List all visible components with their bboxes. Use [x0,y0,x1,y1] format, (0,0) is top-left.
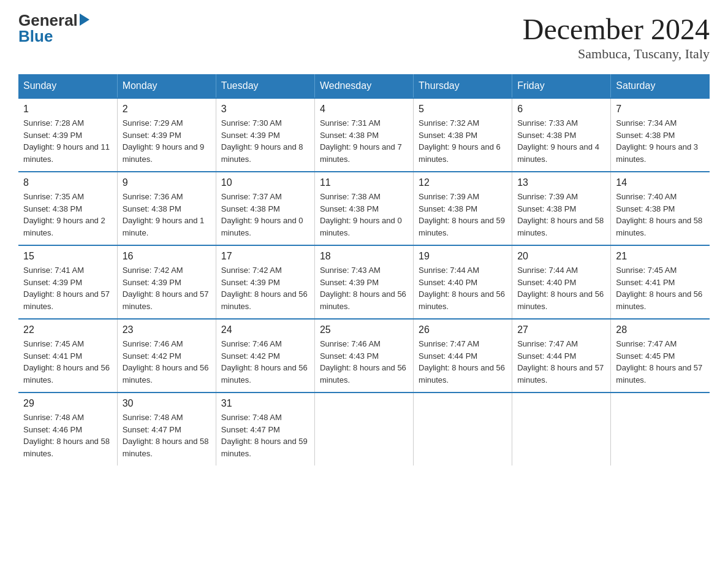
sunset-label: Sunset: 4:39 PM [23,278,82,287]
sunrise-label: Sunrise: 7:47 AM [616,339,677,348]
sunrise-label: Sunrise: 7:46 AM [320,339,381,348]
calendar-cell: 1 Sunrise: 7:28 AM Sunset: 4:39 PM Dayli… [18,98,117,172]
day-number: 7 [616,104,705,115]
day-info: Sunrise: 7:44 AM Sunset: 4:40 PM Dayligh… [517,264,605,312]
sunset-label: Sunset: 4:42 PM [123,351,181,361]
day-of-week-saturday: Saturday [611,74,710,98]
sunrise-label: Sunrise: 7:28 AM [23,118,84,128]
sunrise-label: Sunrise: 7:35 AM [23,192,84,201]
daylight-label: Daylight: 8 hours and 56 minutes. [23,363,110,385]
location: Sambuca, Tuscany, Italy [523,46,710,62]
sunrise-label: Sunrise: 7:30 AM [221,118,282,128]
sunset-label: Sunset: 4:38 PM [123,204,181,213]
day-info: Sunrise: 7:40 AM Sunset: 4:38 PM Dayligh… [616,191,705,239]
calendar-cell: 7 Sunrise: 7:34 AM Sunset: 4:38 PM Dayli… [611,98,710,172]
day-info: Sunrise: 7:41 AM Sunset: 4:39 PM Dayligh… [23,264,112,312]
sunset-label: Sunset: 4:39 PM [221,278,280,287]
page-header: General Blue December 2024 Sambuca, Tusc… [18,12,710,62]
daylight-label: Daylight: 8 hours and 56 minutes. [221,363,308,385]
sunset-label: Sunset: 4:46 PM [23,425,82,434]
day-number: 8 [23,177,112,188]
calendar-cell [314,393,413,465]
sunrise-label: Sunrise: 7:48 AM [221,413,282,422]
day-of-week-monday: Monday [117,74,216,98]
day-number: 14 [616,177,705,188]
day-info: Sunrise: 7:34 AM Sunset: 4:38 PM Dayligh… [616,117,705,165]
day-of-week-wednesday: Wednesday [314,74,413,98]
sunset-label: Sunset: 4:38 PM [320,131,379,140]
day-number: 5 [419,104,507,115]
calendar-cell: 19 Sunrise: 7:44 AM Sunset: 4:40 PM Dayl… [414,245,512,319]
day-number: 28 [616,324,705,335]
day-info: Sunrise: 7:39 AM Sunset: 4:38 PM Dayligh… [419,191,507,239]
calendar-cell: 24 Sunrise: 7:46 AM Sunset: 4:42 PM Dayl… [216,319,314,393]
daylight-label: Daylight: 9 hours and 9 minutes. [123,142,205,164]
title-area: December 2024 Sambuca, Tuscany, Italy [523,12,710,62]
daylight-label: Daylight: 9 hours and 8 minutes. [221,142,303,164]
calendar-cell: 17 Sunrise: 7:42 AM Sunset: 4:39 PM Dayl… [216,245,314,319]
day-number: 29 [23,398,112,409]
logo-blue-text: Blue [18,28,89,44]
day-info: Sunrise: 7:46 AM Sunset: 4:42 PM Dayligh… [221,338,309,386]
day-number: 24 [221,324,309,335]
sunset-label: Sunset: 4:40 PM [517,278,576,287]
calendar-cell [414,393,512,465]
sunset-label: Sunset: 4:38 PM [616,131,675,140]
day-info: Sunrise: 7:31 AM Sunset: 4:38 PM Dayligh… [320,117,408,165]
day-info: Sunrise: 7:46 AM Sunset: 4:42 PM Dayligh… [123,338,211,386]
daylight-label: Daylight: 8 hours and 57 minutes. [23,289,110,311]
calendar-cell: 11 Sunrise: 7:38 AM Sunset: 4:38 PM Dayl… [314,172,413,245]
day-info: Sunrise: 7:45 AM Sunset: 4:41 PM Dayligh… [616,264,705,312]
daylight-label: Daylight: 9 hours and 7 minutes. [320,142,402,164]
day-of-week-tuesday: Tuesday [216,74,314,98]
day-info: Sunrise: 7:47 AM Sunset: 4:44 PM Dayligh… [517,338,605,386]
sunset-label: Sunset: 4:44 PM [419,351,477,361]
calendar-cell: 21 Sunrise: 7:45 AM Sunset: 4:41 PM Dayl… [611,245,710,319]
sunrise-label: Sunrise: 7:47 AM [517,339,578,348]
day-number: 1 [23,104,112,115]
day-number: 3 [221,104,309,115]
sunset-label: Sunset: 4:39 PM [123,278,181,287]
daylight-label: Daylight: 8 hours and 57 minutes. [616,363,702,385]
day-info: Sunrise: 7:47 AM Sunset: 4:45 PM Dayligh… [616,338,705,386]
day-info: Sunrise: 7:35 AM Sunset: 4:38 PM Dayligh… [23,191,112,239]
sunrise-label: Sunrise: 7:39 AM [419,192,479,201]
calendar-cell: 2 Sunrise: 7:29 AM Sunset: 4:39 PM Dayli… [117,98,216,172]
sunset-label: Sunset: 4:38 PM [517,131,576,140]
day-number: 25 [320,324,408,335]
sunrise-label: Sunrise: 7:42 AM [221,266,282,275]
daylight-label: Daylight: 8 hours and 56 minutes. [320,363,406,385]
calendar-week-1: 1 Sunrise: 7:28 AM Sunset: 4:39 PM Dayli… [18,98,710,172]
logo: General Blue [18,12,89,44]
calendar-cell: 6 Sunrise: 7:33 AM Sunset: 4:38 PM Dayli… [512,98,611,172]
days-of-week-row: SundayMondayTuesdayWednesdayThursdayFrid… [18,74,710,98]
calendar-week-2: 8 Sunrise: 7:35 AM Sunset: 4:38 PM Dayli… [18,172,710,245]
daylight-label: Daylight: 9 hours and 6 minutes. [419,142,501,164]
daylight-label: Daylight: 8 hours and 56 minutes. [221,289,308,311]
calendar-cell: 16 Sunrise: 7:42 AM Sunset: 4:39 PM Dayl… [117,245,216,319]
sunrise-label: Sunrise: 7:38 AM [320,192,381,201]
sunset-label: Sunset: 4:38 PM [419,204,477,213]
calendar-cell: 23 Sunrise: 7:46 AM Sunset: 4:42 PM Dayl… [117,319,216,393]
day-number: 4 [320,104,408,115]
sunset-label: Sunset: 4:44 PM [517,351,576,361]
calendar-cell: 15 Sunrise: 7:41 AM Sunset: 4:39 PM Dayl… [18,245,117,319]
calendar-week-5: 29 Sunrise: 7:48 AM Sunset: 4:46 PM Dayl… [18,393,710,465]
day-info: Sunrise: 7:37 AM Sunset: 4:38 PM Dayligh… [221,191,309,239]
sunrise-label: Sunrise: 7:45 AM [23,339,84,348]
sunrise-label: Sunrise: 7:46 AM [123,339,183,348]
calendar-cell [611,393,710,465]
day-info: Sunrise: 7:39 AM Sunset: 4:38 PM Dayligh… [517,191,605,239]
sunset-label: Sunset: 4:39 PM [320,278,379,287]
calendar-cell: 5 Sunrise: 7:32 AM Sunset: 4:38 PM Dayli… [414,98,512,172]
daylight-label: Daylight: 8 hours and 58 minutes. [517,216,604,237]
sunset-label: Sunset: 4:38 PM [320,204,379,213]
calendar-cell: 8 Sunrise: 7:35 AM Sunset: 4:38 PM Dayli… [18,172,117,245]
calendar-week-3: 15 Sunrise: 7:41 AM Sunset: 4:39 PM Dayl… [18,245,710,319]
sunset-label: Sunset: 4:38 PM [517,204,576,213]
day-info: Sunrise: 7:30 AM Sunset: 4:39 PM Dayligh… [221,117,309,165]
sunrise-label: Sunrise: 7:33 AM [517,118,578,128]
calendar-cell: 26 Sunrise: 7:47 AM Sunset: 4:44 PM Dayl… [414,319,512,393]
sunset-label: Sunset: 4:38 PM [419,131,477,140]
month-title: December 2024 [523,12,710,46]
